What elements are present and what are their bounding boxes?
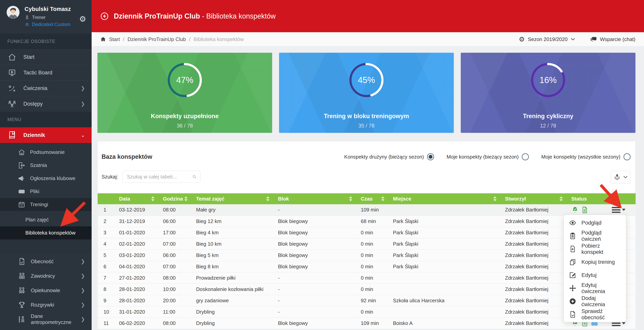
sidebar-item-opiekunowie[interactable]: Opiekunowie ❯ (0, 283, 92, 298)
progress-ring: 45% (348, 62, 385, 99)
menu-item-podglad[interactable]: Podgląd (564, 216, 626, 229)
radio-moje-biezacy[interactable]: Moje konspekty (bieżący sezon) (446, 153, 529, 160)
chevron-right-icon: ❯ (81, 273, 85, 279)
sidebar-item-pliki[interactable]: Pliki (0, 185, 92, 198)
sort-icon[interactable] (381, 197, 384, 201)
breadcrumb-start[interactable]: Start (109, 36, 120, 42)
sidebar-item-dostepy[interactable]: Dostępy ❯ (0, 96, 92, 112)
eye-icon (569, 219, 576, 227)
sort-icon[interactable] (151, 197, 154, 201)
sidebar-item-obecnosc[interactable]: Obecność ❯ (0, 254, 92, 269)
avatar (7, 6, 20, 19)
season-selector[interactable]: ⚙ Sezon 2019/2020 (519, 35, 575, 43)
chevron-right-icon: ❯ (81, 85, 85, 91)
home-icon[interactable] (100, 36, 106, 42)
table-row[interactable]: 727-01-202008:00 Prowadzenie piłki-0 min… (98, 272, 636, 283)
col-temat[interactable]: Temat zajęć (190, 193, 272, 204)
radio-konspekty-druzyny[interactable]: Konspekty drużyny (bieżący sezon) (344, 153, 434, 160)
sort-icon[interactable] (266, 197, 269, 201)
menu-item-pobierz-konspekt[interactable]: Pobierz konspekt (564, 242, 626, 255)
col-czas[interactable]: Czas (355, 193, 387, 204)
table-row[interactable]: 231-12-201906:00 Bieg 12 kmBlok biegowy6… (98, 216, 636, 227)
section-label-personal: FUNKCJE OSOBISTE (0, 34, 92, 49)
sidebar-item-start[interactable]: Start (0, 49, 92, 65)
menu-item-edytuj-cwiczenia[interactable]: Edytuj ćwiczenia (564, 282, 626, 295)
table-row[interactable]: 301-01-202017:00 Bieg 4 kmBlok biegowy0 … (98, 227, 636, 238)
progress-ring: 47% (166, 62, 203, 99)
page-title: Dziennik ProTrainUp Club - Biblioteka ko… (114, 12, 276, 20)
search-label: Szukaj: (102, 171, 118, 183)
sidebar: Cybulski Tomasz Trener Dedicated Custom … (0, 0, 92, 330)
sidebar-item-szatnia[interactable]: Szatnia (0, 159, 92, 172)
sort-icon[interactable] (184, 197, 188, 201)
menu-item-sprawdz-obecnosc[interactable]: Sprawdź obecność (564, 308, 626, 321)
card-ratio: 35 / 78 (279, 123, 454, 129)
menu-item-dodaj-cwiczenia[interactable]: Dodaj ćwiczenia (564, 295, 626, 308)
topbar: Dziennik ProTrainUp Club - Biblioteka ko… (92, 0, 644, 32)
sidebar-item-plan-zajec[interactable]: Plan zajęć (0, 213, 92, 226)
sort-icon[interactable] (560, 197, 563, 201)
double-chevron-up-icon (24, 22, 30, 27)
chevron-right-icon: ❯ (81, 259, 85, 265)
radio-button[interactable] (522, 153, 529, 160)
sort-icon[interactable] (493, 197, 496, 201)
user-plan-link[interactable]: Dedicated Custom (24, 22, 79, 27)
table-row[interactable]: 1106-02-202008:00 DryblingBlok biegowy10… (98, 317, 636, 329)
user-profile[interactable]: Cybulski Tomasz Trener Dedicated Custom … (0, 0, 92, 34)
megaphone-icon (18, 175, 25, 182)
table-row[interactable]: 103-12-201908:00 Małe gry-109 min Zdrzał… (98, 204, 636, 216)
dziennik-submenu: Podsumowanie Szatnia Ogłoszenia klubowe … (0, 143, 92, 326)
card-ratio: 12 / 78 (461, 123, 636, 129)
radio-moje-wszystkie[interactable]: Moje konspekty (wszystkie sezony) (541, 153, 630, 160)
plus-circle-icon (569, 298, 576, 305)
sidebar-item-podsumowanie[interactable]: Podsumowanie (0, 146, 92, 159)
sort-icon[interactable] (349, 197, 352, 201)
col-number[interactable] (98, 193, 113, 204)
table-row[interactable]: 1031-01-202011:00 Drybling-0 min Zdrzałe… (98, 306, 636, 317)
section-label-menu: MENU (0, 112, 92, 127)
radio-button[interactable] (427, 153, 434, 160)
breadcrumb-bar: Start / Dziennik ProTrainUp Club / Bibli… (92, 32, 644, 47)
export-button[interactable] (610, 171, 630, 184)
chevron-down-icon (571, 38, 575, 41)
strategy-icon (8, 84, 16, 93)
sidebar-item-zawodnicy[interactable]: Zawodnicy ❯ (0, 269, 92, 283)
menu-item-edytuj[interactable]: Edytuj (564, 268, 626, 282)
col-data[interactable]: Data (113, 193, 157, 204)
book-icon (8, 131, 16, 139)
col-blok[interactable]: Blok (272, 193, 355, 204)
settings-gear-icon[interactable]: ⚙ (79, 15, 86, 34)
table-row[interactable]: 828-01-202010:00 Doskonalenie kozłowania… (98, 283, 636, 295)
table-row[interactable]: 604-01-202007:00 Bieg 8 kmBlok biegowy0 … (98, 261, 636, 272)
chevron-down-icon: ⌄ (81, 202, 85, 208)
table-row[interactable]: 503-01-202006:00 Bieg 5 kmBlok biegowy0 … (98, 250, 636, 261)
sidebar-item-treningi[interactable]: 31 Treningi ⌄ (0, 198, 92, 211)
user-role: Trener (32, 15, 46, 20)
menu-item-podglad-cwiczen[interactable]: Podgląd ćwiczeń (564, 229, 626, 242)
sidebar-item-ogloszenia[interactable]: Ogłoszenia klubowe (0, 172, 92, 185)
back-icon[interactable] (100, 12, 109, 21)
table-row[interactable]: 928-01-202020:00 gry zadaniowe-92 min Sz… (98, 295, 636, 306)
sidebar-item-biblioteka-konspektow[interactable]: Biblioteka konspektów (0, 226, 92, 239)
sidebar-item-tactic-board[interactable]: Tactic Board (0, 65, 92, 80)
sidebar-item-dziennik[interactable]: Dziennik ⌄ (0, 127, 92, 143)
chevron-right-icon: ❯ (81, 302, 85, 308)
support-chat-button[interactable]: Wsparcie (chat) (590, 36, 636, 43)
sidebar-item-rozgrywki[interactable]: Rozgrywki ❯ (0, 298, 92, 312)
col-godzina[interactable]: Godzina (157, 193, 190, 204)
stat-card-konspekty: 47% Konspekty uzupełnione 36 / 78 (98, 53, 272, 133)
menu-item-kopiuj-trening[interactable]: Kopiuj trening (564, 255, 626, 268)
sidebar-item-dane-antropometryczne[interactable]: Dane antropometryczne ❯ (0, 312, 92, 326)
search-input[interactable] (127, 174, 192, 180)
sidebar-item-cwiczenia[interactable]: Ćwiczenia ❯ (0, 80, 92, 96)
stat-card-cykliczny: 16% Trening cykliczny 12 / 78 (461, 53, 636, 133)
col-miejsce[interactable]: Miejsce (387, 193, 499, 204)
door-exit-icon (18, 162, 25, 169)
row-actions-menu-button[interactable] (612, 207, 626, 213)
col-stworzyl[interactable]: Stworzył (499, 193, 566, 204)
breadcrumb-dziennik[interactable]: Dziennik ProTrainUp Club (128, 36, 186, 42)
radio-button[interactable] (624, 153, 630, 160)
progress-percent: 47% (166, 62, 203, 99)
stat-cards: 47% Konspekty uzupełnione 36 / 78 45% Tr… (98, 53, 636, 133)
table-row[interactable]: 402-01-202007:00 Bieg 10 kmBlok biegowy0… (98, 238, 636, 250)
